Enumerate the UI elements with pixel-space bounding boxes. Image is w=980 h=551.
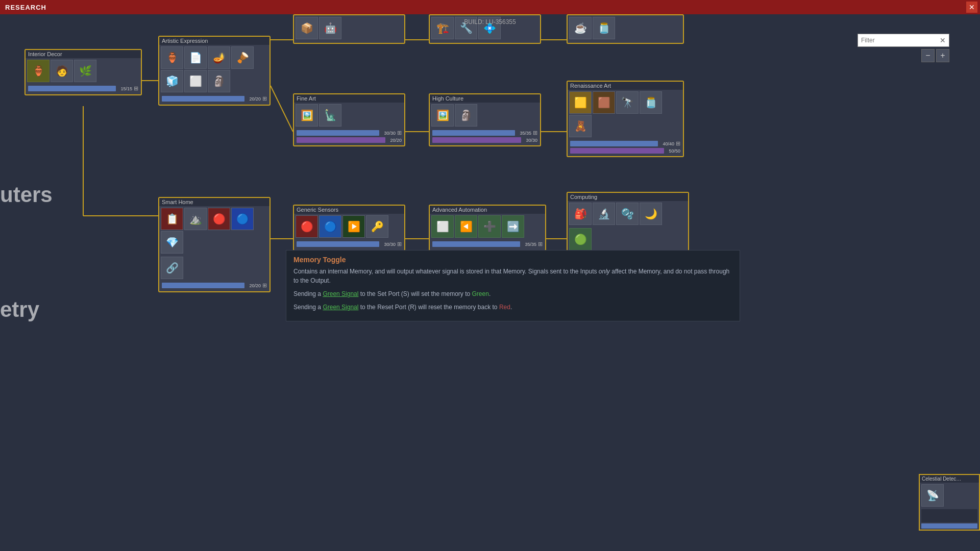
item-bubble[interactable]: 🫧 <box>616 203 639 225</box>
progress-label: 20/20 <box>387 138 402 143</box>
grid-icon[interactable]: ⊞ <box>397 42 402 44</box>
item-red-sensor[interactable]: 🔴 <box>296 215 318 238</box>
close-button[interactable]: ✕ <box>966 2 977 13</box>
grid-icon[interactable]: ⊞ <box>533 42 537 44</box>
card-computing: Computing 🎒 🔬 🫧 🌙 🟢 <box>567 192 689 253</box>
progress-label: 30/30 <box>523 138 537 143</box>
grid-icon[interactable]: ⊞ <box>397 130 402 136</box>
card-title: High Culture <box>430 94 540 103</box>
item-plus-gate[interactable]: ➕ <box>478 215 501 238</box>
item-jar[interactable]: 🫙 <box>640 91 662 114</box>
grid-icon[interactable]: ⊞ <box>134 85 138 92</box>
item-and-gate[interactable]: ◀️ <box>455 215 477 238</box>
tooltip-title: Memory Toggle <box>293 256 732 264</box>
card-generic-sensors: Generic Sensors 🔴 🔵 ▶️ 🔑 30/30 ⊞ <box>293 205 405 251</box>
card-top3-progress: 40/40 ⊞ 50/50 <box>568 41 683 44</box>
item-icon[interactable]: 📦 <box>296 17 318 39</box>
item-manual[interactable]: 📋 <box>161 208 183 230</box>
item-statue[interactable]: 🗽 <box>319 104 341 127</box>
progress-label: 20/20 <box>247 283 261 288</box>
item-lock[interactable]: 🔑 <box>366 215 388 238</box>
item-scope[interactable]: 🔭 <box>616 91 639 114</box>
item-backpack[interactable]: 🎒 <box>569 203 592 225</box>
filter-input[interactable] <box>861 37 940 44</box>
item-blue[interactable]: 🔵 <box>231 208 254 230</box>
item-icon[interactable]: ☕ <box>569 17 592 39</box>
item-painting[interactable]: 🖼️ <box>296 104 318 127</box>
grid-icon[interactable]: ⊞ <box>538 241 543 247</box>
card-items: 🔴 🔵 ▶️ 🔑 <box>294 214 404 239</box>
tooltip-green-signal-2[interactable]: Green Signal <box>323 304 358 311</box>
zoom-controls: − + <box>921 49 949 62</box>
item-column[interactable]: 🗿 <box>455 104 477 127</box>
item-moon[interactable]: 🌙 <box>640 203 662 225</box>
progress-label: 30/30 <box>381 242 396 247</box>
svg-line-1 <box>271 86 293 132</box>
card-items-row2: 🔗 <box>159 255 270 281</box>
item-crystal[interactable]: 🏺 <box>161 46 183 69</box>
card-progress: 35/35 ⊞ 30/30 <box>430 128 540 145</box>
item-rope[interactable]: 🔗 <box>161 257 183 279</box>
grid-icon[interactable]: ⊞ <box>262 282 267 289</box>
item-icon[interactable]: 🤖 <box>319 17 341 39</box>
item-blue-sensor[interactable]: 🔵 <box>319 215 341 238</box>
progress-label: 20/20 <box>247 96 261 102</box>
item-icon[interactable]: 🏗️ <box>431 17 454 39</box>
tooltip-green-signal-1[interactable]: Green Signal <box>323 290 358 297</box>
card-items-row2: 🟢 <box>568 227 688 252</box>
progress-label: 50/50 <box>666 148 680 154</box>
item-microscope[interactable]: 🔬 <box>593 203 615 225</box>
card-title: Computing <box>568 193 688 201</box>
card-top1-progress: 30/30 ⊞ 50/50 <box>294 41 404 44</box>
card-title: Renaissance Art <box>568 82 683 90</box>
item-rock[interactable]: ⛰️ <box>184 208 207 230</box>
item-canvas[interactable]: 🟨 <box>569 91 592 114</box>
item-white-gate[interactable]: ⬜ <box>431 215 454 238</box>
item-icon[interactable]: 🫙 <box>593 17 615 39</box>
grid-icon[interactable]: ⊞ <box>262 95 267 102</box>
zoom-out-button[interactable]: − <box>921 49 935 62</box>
card-progress: 30/30 ⊞ 20/20 <box>294 128 404 145</box>
left-label-uters: uters <box>0 183 53 207</box>
card-progress: 20/20 ⊞ <box>159 281 270 291</box>
item-arrow-gate[interactable]: ➡️ <box>502 215 524 238</box>
item-stone[interactable]: ⬜ <box>184 70 207 92</box>
grid-icon[interactable]: ⊞ <box>676 42 680 44</box>
card-progress: 20/20 ⊞ <box>159 94 270 105</box>
item-antenna[interactable]: 📡 <box>921 484 944 507</box>
grid-icon[interactable]: ⊞ <box>533 130 537 136</box>
card-title: Artistic Expression <box>159 37 270 45</box>
card-top3: ☕ 🫙 40/40 ⊞ 50/50 <box>567 14 684 44</box>
item-statue[interactable]: 🗿 <box>208 70 230 92</box>
item-lamp2[interactable]: 🪔 <box>208 46 230 69</box>
item-red[interactable]: 🔴 <box>208 208 230 230</box>
item-plant[interactable]: 🌿 <box>74 60 96 82</box>
card-top3-items: ☕ 🫙 <box>568 15 683 41</box>
item-pot[interactable]: 🪘 <box>231 46 254 69</box>
canvas-area: BUILD: LU-356355 uters etry 📦 🤖 <box>0 14 980 551</box>
filter-close-button[interactable]: ✕ <box>940 36 946 44</box>
item-bear[interactable]: 🧸 <box>569 115 592 137</box>
item-play[interactable]: ▶️ <box>342 215 365 238</box>
card-items: 🏺 🧑 🌿 <box>26 58 141 84</box>
card-items: 🟨 🟫 🔭 🫙 🧸 <box>568 90 683 139</box>
card-items: 📡 <box>920 483 979 508</box>
card-smart-home: Smart Home 📋 ⛰️ 🔴 🔵 💎 🔗 20/20 ⊞ <box>158 197 271 292</box>
grid-icon[interactable]: ⊞ <box>397 241 402 247</box>
item-frame[interactable]: 🖼️ <box>431 104 454 127</box>
item-bust[interactable]: 🟫 <box>593 91 615 114</box>
tooltip-line1: Contains an internal Memory, and will ou… <box>293 267 732 285</box>
zoom-in-button[interactable]: + <box>936 49 949 62</box>
grid-icon[interactable]: ⊞ <box>676 140 680 147</box>
item-gem[interactable]: 💎 <box>161 231 183 254</box>
item-paper[interactable]: 📄 <box>184 46 207 69</box>
item-green-chip[interactable]: 🟢 <box>569 228 592 251</box>
card-progress: 30/30 ⊞ <box>294 239 404 250</box>
card-fine-art: Fine Art 🖼️ 🗽 30/30 ⊞ 20/20 <box>293 93 405 146</box>
card-advanced-automation: Advanced Automation ⬜ ◀️ ➕ ➡️ 35/35 ⊞ <box>429 205 546 251</box>
item-scarecrow[interactable]: 🧑 <box>51 60 73 82</box>
card-artistic-expression: Artistic Expression 🏺 📄 🪔 🪘 🧊 ⬜ 🗿 20/20 … <box>158 36 271 106</box>
item-blue[interactable]: 🧊 <box>161 70 183 92</box>
item-lamp[interactable]: 🏺 <box>27 60 50 82</box>
progress-label: 35/35 <box>517 131 531 136</box>
